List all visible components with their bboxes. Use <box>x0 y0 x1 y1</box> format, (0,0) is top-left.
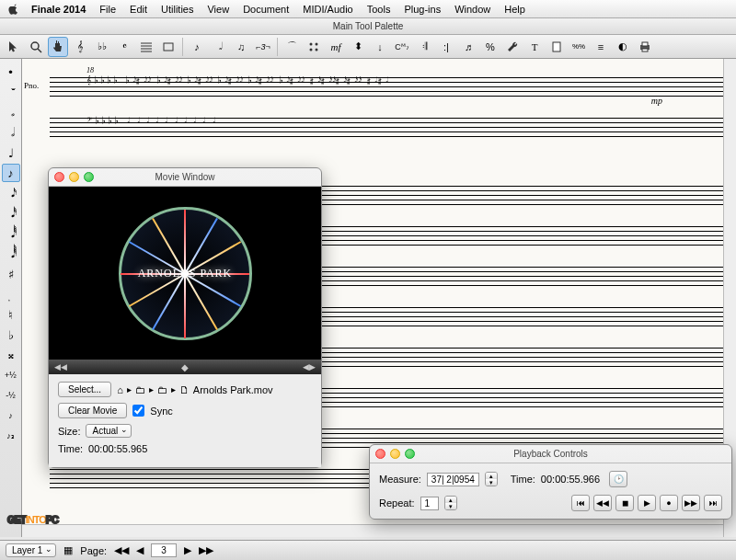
play-button[interactable]: ▶ <box>638 495 656 511</box>
natural-icon[interactable]: ♮ <box>2 305 20 324</box>
tuplet-tool-icon[interactable]: ⌐3¬ <box>253 37 273 57</box>
pointer-tool-icon[interactable] <box>4 37 24 57</box>
folder-icon[interactable]: 🗀 <box>135 384 145 395</box>
timesig-tool-icon[interactable]: 𝄴 <box>114 37 134 57</box>
select-movie-button[interactable]: Select... <box>58 382 111 397</box>
page-next-button[interactable]: ▶ <box>184 544 191 556</box>
dot-icon[interactable]: • <box>2 63 20 81</box>
menu-edit[interactable]: Edit <box>130 4 147 15</box>
articulation-icon[interactable] <box>304 37 324 57</box>
menu-plugins[interactable]: Plug-ins <box>404 4 441 15</box>
status-bar: Layer 1 ▦ Page: ◀◀ ◀ 3 ▶ ▶▶ <box>0 540 736 560</box>
hand-tool-icon[interactable] <box>48 37 68 57</box>
step-forward-button[interactable]: ▶▶ <box>682 495 700 511</box>
eighth-note-icon[interactable]: ♪ <box>2 164 20 182</box>
fast-forward-button[interactable]: ⏭ <box>704 495 722 511</box>
sixtyfourth-note-icon[interactable]: 𝅘𝅥𝅱 <box>2 224 20 243</box>
measure-field[interactable]: 37| 2|0954 <box>427 473 479 486</box>
minus-half-icon[interactable]: -½ <box>2 386 20 405</box>
scrollbar-horizontal[interactable] <box>22 524 723 537</box>
smartshape-icon[interactable]: ⌒ <box>282 37 302 57</box>
repeat-stepper[interactable]: ▴▾ <box>444 496 457 510</box>
sync-checkbox[interactable] <box>132 405 144 417</box>
ossia-icon[interactable]: ≡ <box>591 37 611 57</box>
sixteenth-note-icon[interactable]: 𝅘𝅥𝅯 <box>2 184 20 202</box>
clear-movie-button[interactable]: Clear Movie <box>58 403 127 418</box>
print-icon[interactable] <box>635 37 655 57</box>
dynamic-icon[interactable]: ⬍ <box>348 37 368 57</box>
movie-scrubber[interactable]: ◀◀ ◆ ◀▶ <box>49 360 321 374</box>
home-icon[interactable]: ⌂ <box>117 384 123 395</box>
page-back-button[interactable]: ◀ <box>136 544 144 556</box>
doublesharp-icon[interactable]: 𝄪 <box>2 346 20 364</box>
tuplet-icon[interactable]: ♪₃ <box>2 427 20 445</box>
half-note-icon[interactable]: 𝅗𝅥 <box>2 123 20 142</box>
text-tool-icon[interactable]: T <box>524 37 545 57</box>
menu-midi-audio[interactable]: MIDI/Audio <box>303 4 352 15</box>
double-whole-icon[interactable]: 𝄻 <box>2 83 20 101</box>
playback-controls-window[interactable]: Playback Controls Measure: 37| 2|0954 ▴▾… <box>369 444 732 520</box>
size-select[interactable]: Actual <box>86 424 132 438</box>
movie-titlebar[interactable]: Movie Window <box>49 168 321 187</box>
chord-icon[interactable]: Cᴹ₇ <box>392 37 412 57</box>
menu-view[interactable]: View <box>207 4 229 15</box>
menu-window[interactable]: Window <box>454 4 490 15</box>
lyric-icon[interactable]: ↓ <box>370 37 390 57</box>
speedy-entry-icon[interactable]: 𝅗𝅥 <box>209 37 229 57</box>
whole-note-icon[interactable]: 𝅗 <box>2 103 20 121</box>
clock-icon[interactable]: 🕑 <box>609 471 627 487</box>
record-button[interactable]: ● <box>660 495 678 511</box>
expression-icon[interactable]: mf <box>326 37 346 57</box>
layer-select[interactable]: Layer 1 <box>6 543 56 557</box>
flat-icon[interactable]: ♭ <box>2 326 20 344</box>
measure-tool-icon[interactable] <box>158 37 178 57</box>
staff-treble[interactable]: 𝄞♭♭♭♭ ♭𝅘𝅥𝅮♯𝅘𝅥𝅮𝅘𝅥𝅮 ♭𝅘𝅥𝅮♯𝅘𝅥𝅮𝅘𝅥𝅮 ♭𝅘𝅥𝅮♯𝅘𝅥𝅮𝅘𝅥… <box>50 68 727 105</box>
plus-half-icon[interactable]: +½ <box>2 366 20 384</box>
clef-tool-icon[interactable]: 𝄞 <box>70 37 90 57</box>
menu-utilities[interactable]: Utilities <box>161 4 193 15</box>
resize-icon[interactable]: %% <box>569 37 589 57</box>
staff-tool-icon[interactable] <box>136 37 156 57</box>
zoom-tool-icon[interactable] <box>26 37 46 57</box>
staccato-icon[interactable]: 𝅾 <box>2 285 20 303</box>
main-toolbar: 𝄞 ♭♭ 𝄴 ♪ 𝅗𝅥 ♫ ⌐3¬ ⌒ mf ⬍ ↓ Cᴹ₇ 𝄇 :| ♬ % … <box>0 35 736 59</box>
repeat-field[interactable]: 1 <box>420 497 439 510</box>
stop-button[interactable]: ◼ <box>615 495 634 511</box>
rewind-icon[interactable]: ◀◀ <box>54 362 67 371</box>
graphic-icon[interactable]: ♬ <box>458 37 478 57</box>
page-field[interactable]: 3 <box>151 543 177 557</box>
menu-document[interactable]: Document <box>243 4 289 15</box>
menu-tools[interactable]: Tools <box>367 4 391 15</box>
onetwentyeighth-note-icon[interactable]: 𝅘𝅥𝅲 <box>2 245 20 263</box>
sharp-icon[interactable]: ♯ <box>2 265 20 283</box>
breadcrumb[interactable]: ⌂▸ 🗀▸ 🗀▸ 🗋 Arnolds Park.mov <box>117 384 272 395</box>
movie-window[interactable]: Movie Window ARNOLDS PARK ◀◀ ◆ ◀▶ Select… <box>48 167 322 468</box>
thirtysecond-note-icon[interactable]: 𝅘𝅥𝅰 <box>2 204 20 223</box>
playback-titlebar[interactable]: Playback Controls <box>370 445 731 463</box>
mirror-icon[interactable]: ◐ <box>613 37 633 57</box>
folder-icon[interactable]: 🗀 <box>157 384 167 395</box>
page-prev-button[interactable]: ◀◀ <box>114 544 129 556</box>
forward-icon[interactable]: ◀▶ <box>303 362 316 371</box>
page-layout-icon[interactable] <box>546 37 567 57</box>
watermark-pre: GET <box>7 514 26 525</box>
menu-file[interactable]: File <box>99 4 116 15</box>
page-last-button[interactable]: ▶▶ <box>199 544 213 556</box>
repeat-icon[interactable]: 𝄇 <box>414 37 434 57</box>
hyperscribe-icon[interactable]: ♫ <box>231 37 251 57</box>
staff-bass[interactable]: 𝄢♭♭♭♭ 𝅘𝅥 𝅘𝅥 𝅘𝅥 𝅘𝅥 𝅘𝅥 𝅘𝅥 𝅘𝅥 𝅘𝅥 𝅘𝅥 𝅘𝅥 <box>50 109 727 145</box>
menu-help[interactable]: Help <box>504 4 525 15</box>
measure-stepper[interactable]: ▴▾ <box>485 472 498 486</box>
quarter-note-icon[interactable]: ♩ <box>2 143 20 162</box>
ending-icon[interactable]: :| <box>436 37 456 57</box>
note-entry-icon[interactable]: ♪ <box>187 37 207 57</box>
page-label: Page: <box>80 545 107 556</box>
keysig-tool-icon[interactable]: ♭♭ <box>92 37 112 57</box>
percent-icon[interactable]: % <box>480 37 500 57</box>
step-back-button[interactable]: ◀◀ <box>593 495 612 511</box>
grace-note-icon[interactable]: ♪ <box>2 406 20 425</box>
voice-icon[interactable]: ▦ <box>63 544 73 556</box>
playhead-icon[interactable]: ◆ <box>181 362 189 372</box>
wrench-icon[interactable] <box>502 37 523 57</box>
rewind-button[interactable]: ⏮ <box>571 495 590 511</box>
